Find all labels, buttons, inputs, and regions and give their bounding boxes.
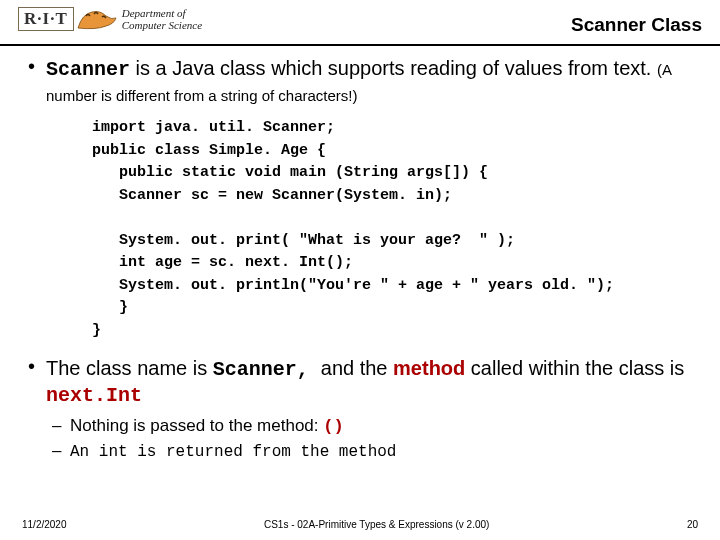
sub1-paren: () xyxy=(323,417,343,436)
slide-footer: 11/2/2020 CS1s - 02A-Primitive Types & E… xyxy=(0,519,720,530)
slide-header: R·I·T Department of Computer Science Sca… xyxy=(0,0,720,46)
logo-block: R·I·T Department of Computer Science xyxy=(18,6,202,32)
bullet2-pre: The class name is xyxy=(46,357,213,379)
bullet-1: Scanner is a Java class which supports r… xyxy=(24,56,696,342)
bullet-2: The class name is Scanner, and the metho… xyxy=(24,356,696,463)
bullet1-text: is a Java class which supports reading o… xyxy=(130,57,657,79)
rit-logo-text: R·I·T xyxy=(18,7,74,31)
nextint-word: next.Int xyxy=(46,384,142,407)
footer-center: CS1s - 02A-Primitive Types & Expressions… xyxy=(67,519,687,530)
sub1-text: Nothing is passed to the method: xyxy=(70,416,323,435)
sub-bullet-2: An int is returned from the method xyxy=(46,439,696,463)
slide-content: Scanner is a Java class which supports r… xyxy=(0,46,720,463)
dept-line1: Department of xyxy=(122,7,202,19)
tiger-icon xyxy=(76,6,118,32)
bullet2-mid: and the xyxy=(321,357,393,379)
bullet2-scanner: Scanner, xyxy=(213,358,321,381)
method-word: method xyxy=(393,357,465,379)
code-block: import java. util. Scanner; public class… xyxy=(92,117,696,342)
dept-line2: Computer Science xyxy=(122,19,202,31)
bullet2-post: called within the class is xyxy=(465,357,684,379)
department-text: Department of Computer Science xyxy=(122,7,202,31)
sub2-text: An int is returned from the method xyxy=(70,443,396,461)
footer-date: 11/2/2020 xyxy=(22,519,67,530)
footer-page: 20 xyxy=(687,519,698,530)
sub-bullet-1: Nothing is passed to the method: () xyxy=(46,414,696,439)
slide-title: Scanner Class xyxy=(571,14,702,36)
scanner-keyword: Scanner xyxy=(46,58,130,81)
